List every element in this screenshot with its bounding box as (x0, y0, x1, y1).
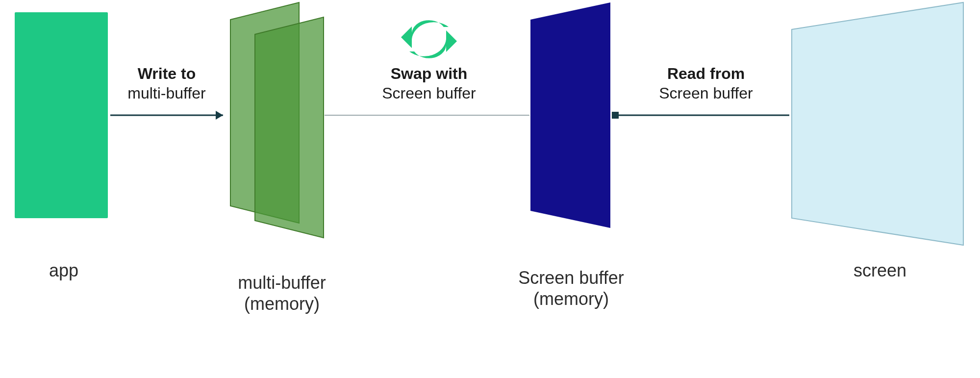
app-node (15, 12, 108, 218)
multibuffer-front-panel (255, 17, 324, 238)
diagram-stage: Write to multi-buffer Swap with Screen b… (0, 0, 980, 378)
multibuffer-caption: multi-buffer (memory) (226, 272, 338, 314)
diagram-svg (0, 0, 980, 378)
screenbuffer-node (530, 2, 610, 228)
screenbuffer-caption-l1: Screen buffer (518, 268, 624, 288)
write-label-rest: multi-buffer (127, 84, 205, 102)
write-label: Write to multi-buffer (118, 64, 216, 103)
swap-label-rest: Screen buffer (382, 84, 476, 102)
swap-label: Swap with Screen buffer (375, 64, 483, 103)
arrow-read-head (612, 112, 619, 119)
write-label-bold: Write to (138, 65, 196, 82)
app-caption: app (34, 260, 93, 281)
screen-node (792, 2, 963, 245)
read-label-rest: Screen buffer (659, 84, 753, 102)
screenbuffer-caption: Screen buffer (memory) (505, 267, 637, 309)
multibuffer-caption-l1: multi-buffer (238, 273, 326, 293)
swap-label-bold: Swap with (391, 65, 467, 82)
swap-icon (401, 20, 457, 58)
read-label-bold: Read from (667, 65, 745, 82)
screenbuffer-caption-l2: (memory) (533, 289, 609, 309)
arrow-write-head (216, 111, 223, 120)
multibuffer-caption-l2: (memory) (244, 294, 320, 314)
screen-caption: screen (843, 260, 917, 281)
read-label: Read from Screen buffer (652, 64, 760, 103)
